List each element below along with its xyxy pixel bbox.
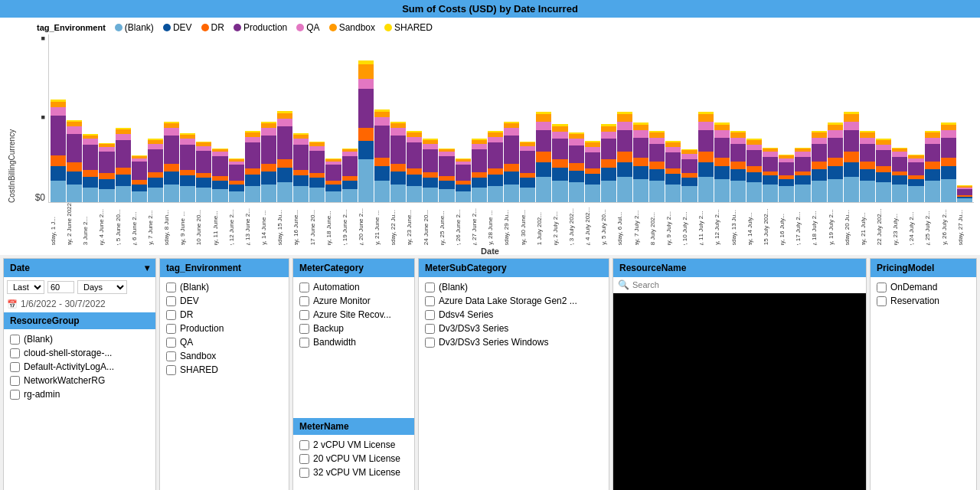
rg-blank: (Blank) [7,332,152,346]
env-sandbox: Sandbox [163,349,286,363]
bar-group [116,34,131,202]
pricing-model-body: OnDemand Reservation [871,277,976,490]
bar-group [860,34,875,202]
bar-group [698,34,714,202]
bar-group [309,34,325,202]
y-axis-ticks: ■ ■ $0 [18,34,48,203]
date-value-input[interactable] [47,281,74,293]
bar-group [649,34,665,202]
bar-group [812,34,827,202]
bar-group [730,34,746,202]
calendar-icon: 📅 [7,299,18,309]
bar-group [407,34,422,202]
legend-blank: (Blank) [115,22,154,33]
date-panel-header[interactable]: Date ▾ [4,259,155,277]
bar-group [358,34,374,202]
search-icon: 🔍 [618,279,629,290]
bar-group [390,34,406,202]
bar-group [536,34,551,202]
bar-group [941,34,956,202]
bar-group [763,34,778,202]
mc-backup: Backup [296,322,411,335]
bar-group [83,34,98,202]
legend-title: tag_Environment [37,23,106,32]
bar-group [779,34,794,202]
msc-dv3-win: Dv3/DSv3 Series Windows [422,335,606,349]
bar-group [148,34,163,202]
meter-subcat-header[interactable]: MeterSubCategory [419,259,609,277]
pricing-model-header[interactable]: PricingModel [871,259,976,277]
bar-group [925,34,940,202]
mc-site-recov: Azure Site Recov... [296,308,411,322]
mn-2vcpu: 2 vCPU VM License [296,438,411,452]
bar-group [132,34,147,202]
mn-20vcpu: 20 vCPU VM License [296,452,411,466]
pm-reservation: Reservation [874,294,973,308]
msc-ddsv4: Ddsv4 Series [422,308,606,322]
bar-group [277,34,292,202]
x-axis-area: Wednesday, 1 J...Thursday, 2 June 2022Fr… [48,203,974,245]
bar-group [844,34,859,202]
bar-group [456,34,471,202]
resource-search-input[interactable] [632,280,861,289]
bar-group [504,34,519,202]
bar-group [245,34,260,202]
resource-name-inner: ws... vm... vm... vm... vm... vm... vm..… [613,293,866,490]
env-dev: DEV [163,294,286,308]
chart-area: tag_Environment (Blank) DEV DR Productio… [0,18,980,255]
mc-monitor: Azure Monitor [296,294,411,308]
tag-env-body: (Blank) DEV DR Production QA Sandbox SHA… [160,277,289,490]
bar-group [51,34,66,202]
meter-name-body: 2 vCPU VM License 20 vCPU VM License 32 … [293,435,414,490]
msc-adl: Azure Data Lake Storage Gen2 ... [422,294,606,308]
mn-32vcpu: 32 vCPU VM License [296,466,411,479]
bar-group [261,34,276,202]
env-production: Production [163,322,286,335]
y-axis-label: CostInBillingCurrency [6,34,18,203]
last-select[interactable]: Last [7,280,44,294]
bar-group [892,34,907,202]
bar-group [908,34,923,202]
bar-group [342,34,358,202]
chart-title: Sum of Costs (USD) by Date Incurred [0,0,980,18]
rg-cloud-shell: cloud-shell-storage-... [7,346,152,360]
bar-group [99,34,114,202]
bar-group [374,34,390,202]
rg-network: NetworkWatcherRG [7,374,152,387]
bar-group [325,34,341,202]
bar-group [67,34,82,202]
bar-group [714,34,730,202]
bar-group [746,34,762,202]
bar-group [439,34,454,202]
meter-name-header[interactable]: MeterName [293,418,414,435]
meter-subcat-body: (Blank) Azure Data Lake Storage Gen2 ...… [419,277,609,490]
bar-group [229,34,244,202]
meter-cat-header[interactable]: MeterCategory [293,259,414,277]
pricing-model-panel: PricingModel OnDemand Reservation [870,258,977,490]
bar-group [472,34,487,202]
pm-ondemand: OnDemand [874,280,973,294]
bar-chart: CostInBillingCurrency ■ ■ $0 [6,34,974,203]
bar-group [957,34,972,202]
meter-subcat-panel: MeterSubCategory (Blank) Azure Data Lake… [418,258,609,490]
bar-group [876,34,891,202]
tag-env-panel: tag_Environment (Blank) DEV DR Productio… [159,258,289,490]
resource-name-header[interactable]: ResourceName [613,259,866,277]
bar-group [520,34,535,202]
env-shared: SHARED [163,363,286,377]
bars-area [48,34,974,203]
bar-group [828,34,843,202]
date-controls: Last Days Weeks Months [4,277,155,297]
bar-group [585,34,600,202]
tag-env-header[interactable]: tag_Environment [160,259,289,277]
legend-qa: QA [296,22,319,33]
mc-automation: Automation [296,280,411,294]
bar-group [293,34,309,202]
legend-sandbox: Sandbox [329,22,375,33]
days-select[interactable]: Days Weeks Months [77,280,127,294]
bar-group [180,34,195,202]
resource-group-header[interactable]: ResourceGroup [4,312,155,329]
mc-bandwidth: Bandwidth [296,335,411,349]
bar-group [552,34,567,202]
rg-admin: rg-admin [7,387,152,401]
